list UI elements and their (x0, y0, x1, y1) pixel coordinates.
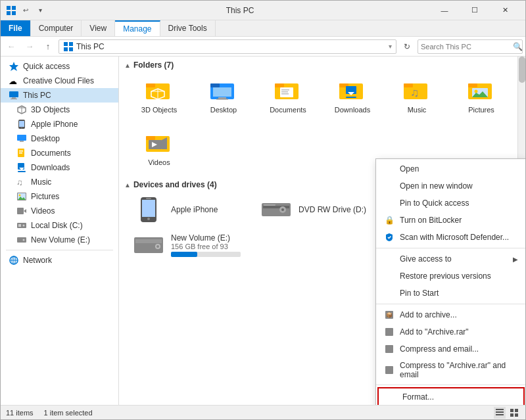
sidebar-item-this-pc[interactable]: This PC (1, 88, 118, 103)
sidebar-item-local-disk-c[interactable]: Local Disk (C:) (1, 218, 118, 233)
ctx-separator-2 (376, 304, 525, 304)
drive-item-new-volume-e[interactable]: New Volume (E:) 156 GB free of 93 (124, 229, 249, 262)
svg-rect-0 (7, 6, 11, 10)
sidebar-item-music[interactable]: ♫ Music (1, 175, 118, 189)
tab-drive-tools[interactable]: Drive Tools (160, 20, 216, 36)
quick-toolbar-down[interactable]: ▾ (35, 5, 45, 16)
sidebar-documents-label: Documents (31, 149, 71, 158)
ctx-add-archive[interactable]: 📦 Add to archive... (376, 306, 525, 323)
ctx-format[interactable]: Format... (377, 387, 525, 405)
sidebar-item-network[interactable]: Network (1, 253, 118, 268)
ctx-pin-start[interactable]: Pin to Start (376, 285, 525, 302)
folder-item-pictures[interactable]: Pictures (452, 74, 511, 121)
ctx-pin-quick-access[interactable]: Pin to Quick access (376, 195, 525, 212)
svg-rect-102 (496, 414, 504, 415)
svg-rect-57 (281, 91, 288, 93)
pictures-folder-icon (468, 77, 494, 103)
view-icons-button[interactable] (508, 407, 520, 419)
sidebar-item-documents[interactable]: Documents (1, 146, 118, 160)
svg-rect-5 (69, 42, 73, 46)
sidebar-item-videos[interactable]: Videos (1, 204, 118, 218)
status-items-count: 11 items (6, 409, 34, 417)
new-volume-e-drive-icon (133, 232, 164, 258)
svg-rect-44 (146, 83, 155, 87)
addr-dropdown[interactable]: ▾ (389, 43, 392, 50)
view-details-button[interactable] (494, 407, 506, 419)
ctx-open-new-window[interactable]: Open in new window (376, 177, 525, 195)
ctx-compress-email[interactable]: Compress and email... (376, 340, 525, 358)
nav-up-button[interactable]: ↑ (40, 39, 56, 55)
ribbon-tabs: File Computer View Manage Drive Tools (1, 20, 525, 36)
tab-file[interactable]: File (1, 20, 31, 36)
svg-rect-85 (264, 204, 275, 206)
ctx-separator-3 (376, 385, 525, 385)
sidebar-downloads-label: Downloads (31, 163, 70, 172)
svg-rect-12 (11, 99, 17, 99)
nav-forward-button[interactable]: → (22, 39, 37, 55)
folder-item-music[interactable]: ♫ Music (387, 74, 446, 121)
ctx-compress-email-rar-icon (384, 365, 394, 375)
folder-item-desktop[interactable]: Desktop (194, 74, 253, 121)
folder-item-videos[interactable]: Videos (130, 126, 189, 174)
ctx-give-access-arrow: ▶ (513, 256, 518, 263)
tab-manage[interactable]: Manage (115, 20, 160, 36)
downloads-icon (16, 162, 27, 173)
svg-point-84 (281, 208, 284, 211)
svg-rect-97 (385, 328, 393, 336)
network-icon (9, 255, 19, 266)
folders-section-title: Folders (7) (133, 60, 174, 70)
sidebar-item-creative-cloud[interactable]: ☁ Creative Cloud Files (1, 74, 118, 88)
desktop-folder-icon (210, 77, 237, 103)
nav-back-button[interactable]: ← (3, 39, 19, 55)
ctx-compress-email-rar[interactable]: Compress to "Archive.rar" and email (376, 358, 525, 383)
status-selected: 1 item selected (44, 409, 93, 417)
svg-text:📦: 📦 (386, 312, 393, 318)
sidebar-item-desktop[interactable]: Desktop (1, 131, 118, 146)
folder-item-downloads[interactable]: Downloads (323, 74, 382, 121)
sidebar-this-pc-label: This PC (23, 91, 51, 100)
maximize-button[interactable]: ☐ (460, 1, 490, 20)
music-icon: ♫ (16, 177, 27, 187)
ctx-open[interactable]: Open (376, 160, 525, 177)
sidebar-videos-label: Videos (31, 206, 55, 216)
folder-item-documents[interactable]: Documents (258, 74, 318, 121)
svg-rect-22 (19, 151, 23, 152)
svg-rect-68 (468, 83, 477, 87)
svg-rect-7 (69, 47, 73, 51)
ctx-compress-email-icon (384, 344, 394, 354)
dvd-name: DVD RW Drive (D:) (299, 205, 368, 214)
folder-desktop-label: Desktop (210, 106, 237, 114)
quick-toolbar-undo[interactable]: ↩ (20, 5, 31, 16)
scrollbar-thumb[interactable] (519, 57, 525, 83)
dvd-drive-icon (260, 197, 292, 223)
sidebar-item-pictures[interactable]: Pictures (1, 189, 118, 204)
svg-point-94 (156, 245, 159, 248)
drive-item-apple-iphone[interactable]: Apple iPhone (124, 193, 249, 226)
svg-text:☁: ☁ (9, 76, 17, 86)
folder-item-3d-objects[interactable]: 3D Objects (130, 74, 189, 121)
sidebar-item-3d-objects[interactable]: 3D Objects (1, 103, 118, 117)
sidebar-item-new-volume-e[interactable]: New Volume (E:) (1, 233, 118, 247)
address-path[interactable]: This PC ▾ (59, 39, 396, 54)
ctx-scan-defender[interactable]: Scan with Microsoft Defender... (376, 229, 525, 246)
search-input[interactable] (421, 43, 512, 51)
refresh-button[interactable]: ↻ (399, 39, 415, 54)
iphone-drive-icon (133, 197, 164, 223)
sidebar-item-quick-access[interactable]: Quick access (1, 59, 118, 74)
drive-item-dvd[interactable]: DVD RW Drive (D:) (252, 193, 377, 226)
close-button[interactable]: ✕ (490, 1, 520, 20)
sidebar-item-apple-iphone[interactable]: Apple iPhone (1, 117, 118, 131)
svg-rect-4 (64, 42, 68, 46)
folders-section-header[interactable]: ▲ Folders (7) (119, 57, 525, 71)
ctx-give-access[interactable]: Give access to ▶ (376, 250, 525, 268)
svg-text:♫: ♫ (410, 86, 419, 99)
drives-expand-icon: ▲ (124, 181, 131, 189)
minimize-button[interactable]: — (429, 1, 460, 20)
tab-computer[interactable]: Computer (31, 20, 82, 36)
ctx-add-archive-rar[interactable]: Add to "Archive.rar" (376, 323, 525, 340)
ctx-restore-versions[interactable]: Restore previous versions (376, 268, 525, 285)
folder-documents-label: Documents (270, 106, 306, 114)
tab-view[interactable]: View (82, 20, 115, 36)
ctx-bitlocker[interactable]: 🔒 Turn on BitLocker (376, 212, 525, 229)
sidebar-item-downloads[interactable]: Downloads (1, 160, 118, 175)
